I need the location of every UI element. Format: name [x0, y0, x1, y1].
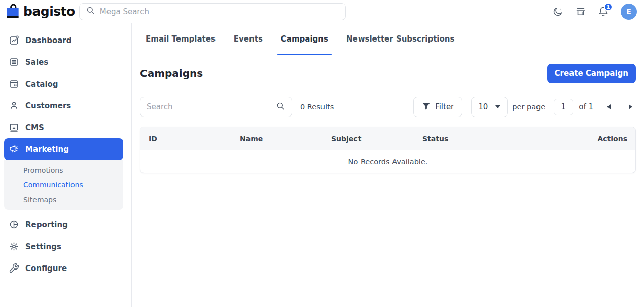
megaphone-icon — [8, 144, 19, 155]
toolbar-right: Filter 10 per page of 1 — [413, 97, 636, 117]
sidebar-item-settings[interactable]: Settings — [0, 236, 131, 257]
per-page-value: 10 — [478, 102, 488, 111]
submenu-item-label: Promotions — [23, 166, 63, 174]
tab-newsletter-subscriptions[interactable]: Newsletter Subscriptions — [343, 23, 458, 55]
title-row: Campaigns Create Campaign — [132, 55, 644, 83]
prev-page-icon — [607, 104, 611, 109]
filter-label: Filter — [435, 102, 454, 111]
marketing-submenu: Promotions Communications Sitemaps — [4, 160, 123, 210]
brand-name: bagisto — [23, 4, 75, 19]
mega-search — [79, 3, 346, 20]
sidebar-item-label: Configure — [25, 264, 67, 273]
submenu-item-sitemaps[interactable]: Sitemaps — [4, 192, 123, 207]
page-title: Campaigns — [140, 67, 203, 80]
search-icon[interactable] — [276, 101, 285, 113]
tab-campaigns[interactable]: Campaigns — [277, 23, 332, 55]
shopping-bag-icon — [5, 3, 20, 21]
per-page-label: per page — [512, 103, 545, 111]
sidebar: Dashboard Sales Catalog — [0, 23, 132, 307]
submenu-item-promotions[interactable]: Promotions — [4, 163, 123, 177]
catalog-icon — [8, 79, 19, 90]
sidebar-item-label: Sales — [25, 58, 48, 67]
bell-icon[interactable]: 1 — [598, 6, 609, 17]
campaigns-table: ID Name Subject Status Actions No Record… — [140, 127, 636, 173]
next-page-icon — [629, 104, 632, 109]
submenu-item-label: Sitemaps — [23, 196, 56, 204]
column-header-subject[interactable]: Subject — [331, 135, 422, 143]
customers-icon — [8, 100, 19, 111]
submenu-item-label: Communications — [23, 181, 83, 189]
create-campaign-button[interactable]: Create Campaign — [547, 64, 636, 83]
sidebar-item-sales[interactable]: Sales — [0, 51, 131, 73]
main-content: Email Templates Events Campaigns Newslet… — [132, 23, 644, 307]
sidebar-item-dashboard[interactable]: Dashboard — [0, 29, 131, 51]
wrench-icon — [8, 263, 19, 274]
store-icon[interactable] — [575, 6, 586, 17]
caret-down-icon — [495, 105, 500, 108]
sidebar-item-marketing[interactable]: Marketing — [4, 138, 123, 160]
sidebar-item-label: CMS — [25, 123, 44, 132]
sidebar-item-reporting[interactable]: Reporting — [0, 214, 131, 236]
sales-icon — [8, 57, 19, 68]
submenu-item-communications[interactable]: Communications — [4, 177, 123, 192]
tab-email-templates[interactable]: Email Templates — [142, 23, 219, 55]
mega-search-input[interactable] — [100, 7, 339, 16]
column-header-id[interactable]: ID — [149, 135, 240, 143]
per-page-select[interactable]: 10 — [471, 97, 508, 117]
search-icon — [86, 6, 95, 17]
dashboard-icon — [8, 35, 19, 46]
filter-button[interactable]: Filter — [413, 97, 462, 117]
tab-events[interactable]: Events — [230, 23, 266, 55]
sidebar-item-label: Marketing — [25, 145, 69, 154]
datagrid-search-input[interactable] — [147, 102, 272, 111]
page-total-label: of 1 — [579, 102, 593, 111]
tab-bar: Email Templates Events Campaigns Newslet… — [132, 23, 644, 55]
previous-page-button[interactable] — [603, 101, 614, 112]
page-number-input[interactable] — [554, 99, 573, 115]
pie-chart-icon — [8, 219, 19, 230]
gear-icon — [8, 241, 19, 252]
avatar[interactable]: E — [621, 4, 637, 20]
header-actions: 1 E — [552, 4, 637, 20]
sidebar-item-label: Customers — [25, 101, 71, 110]
sidebar-item-label: Reporting — [25, 220, 68, 229]
sidebar-item-catalog[interactable]: Catalog — [0, 73, 131, 95]
moon-icon[interactable] — [552, 6, 563, 17]
next-page-button[interactable] — [625, 101, 636, 112]
table-header-row: ID Name Subject Status Actions — [140, 127, 635, 150]
sidebar-item-label: Dashboard — [25, 36, 71, 45]
brand-logo[interactable]: bagisto — [5, 3, 75, 21]
cms-icon — [8, 122, 19, 133]
top-header: bagisto — [0, 0, 644, 23]
sidebar-item-cms[interactable]: CMS — [0, 117, 131, 138]
empty-state-message: No Records Available. — [140, 150, 635, 173]
results-count: 0 Results — [300, 103, 334, 111]
datagrid-toolbar: 0 Results Filter 10 per page of 1 — [132, 83, 644, 117]
column-header-status[interactable]: Status — [422, 135, 582, 143]
column-header-name[interactable]: Name — [240, 135, 331, 143]
sidebar-item-configure[interactable]: Configure — [0, 257, 131, 279]
filter-icon — [422, 102, 431, 112]
sidebar-item-label: Settings — [25, 242, 61, 251]
sidebar-item-customers[interactable]: Customers — [0, 95, 131, 117]
sidebar-item-label: Catalog — [25, 80, 58, 89]
datagrid-search — [140, 97, 292, 117]
notification-badge: 1 — [604, 3, 613, 11]
column-header-actions: Actions — [582, 135, 627, 143]
